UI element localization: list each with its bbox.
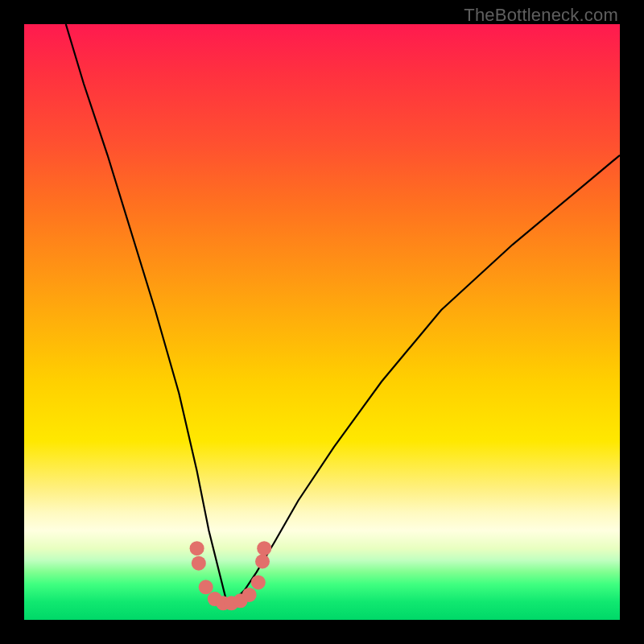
curve-marker xyxy=(199,580,213,594)
chart-canvas: TheBottleneck.com xyxy=(0,0,644,644)
curve-marker xyxy=(190,541,204,555)
curve-marker xyxy=(242,588,257,602)
curve-marker xyxy=(255,555,270,569)
watermark-text: TheBottleneck.com xyxy=(464,5,618,26)
marker-group xyxy=(190,541,272,610)
bottleneck-curve xyxy=(66,24,620,602)
plot-area xyxy=(24,24,620,620)
curve-marker xyxy=(257,541,271,555)
curve-marker xyxy=(192,556,206,571)
curve-marker xyxy=(251,575,266,589)
curve-layer xyxy=(24,24,620,620)
